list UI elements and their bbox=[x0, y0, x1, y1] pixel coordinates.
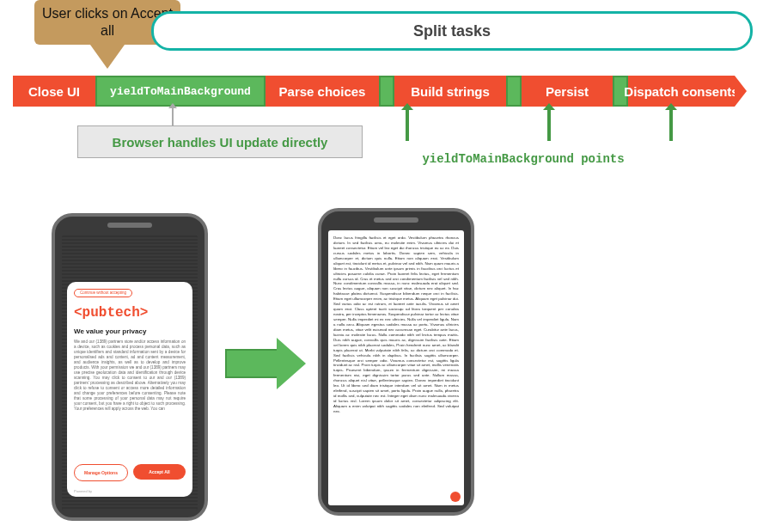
diagram-canvas: User clicks on Accept all Split tasks Cl… bbox=[0, 0, 763, 532]
consent-dialog: Continue without accepting <pubtech> We … bbox=[67, 282, 192, 497]
timeline-gap-2 bbox=[506, 76, 522, 107]
accept-all-button[interactable]: Accept All bbox=[133, 464, 186, 480]
continue-without-chip[interactable]: Continue without accepting bbox=[74, 289, 132, 297]
seg-label: Parse choices bbox=[279, 84, 366, 99]
split-tasks-pill: Split tasks bbox=[151, 11, 753, 51]
phone-notch bbox=[374, 217, 418, 223]
timeline-seg-parse: Parse choices bbox=[266, 76, 379, 107]
yield-up-arrow-1 bbox=[406, 108, 409, 141]
timeline-seg-build: Build strings bbox=[394, 76, 506, 107]
seg-label: Persist bbox=[546, 84, 589, 99]
seg-label: yieldToMainBackground bbox=[110, 85, 251, 98]
article-content: Donc lacus fringilla facilisis et eget o… bbox=[328, 230, 464, 505]
phone-screen: Continue without accepting <pubtech> We … bbox=[62, 235, 198, 511]
arrow-head-icon bbox=[277, 338, 306, 389]
timeline: Close UI yieldToMainBackground Parse cho… bbox=[13, 76, 748, 107]
timeline-arrowhead bbox=[735, 76, 747, 107]
phone-after: Donc lacus fringilla facilisis et eget o… bbox=[318, 208, 474, 516]
yield-up-arrow-3 bbox=[669, 108, 673, 141]
seg-label: Close UI bbox=[28, 84, 80, 99]
floating-action-button[interactable] bbox=[450, 492, 461, 502]
phone-notch bbox=[107, 223, 152, 228]
handles-arrow bbox=[172, 107, 174, 125]
transition-arrow bbox=[225, 339, 308, 388]
timeline-seg-dispatch: Dispatch consents bbox=[628, 76, 735, 107]
timeline-seg-close-ui: Close UI bbox=[13, 76, 95, 107]
seg-label: Dispatch consents bbox=[624, 84, 738, 99]
dialog-button-row: Manage Options Accept All bbox=[74, 464, 186, 481]
browser-handles-box: Browser handles UI update directly bbox=[77, 125, 363, 158]
pubtech-logo: <pubtech> bbox=[74, 304, 186, 322]
manage-options-button[interactable]: Manage Options bbox=[74, 464, 128, 481]
split-tasks-label: Split tasks bbox=[413, 22, 491, 40]
browser-handles-text: Browser handles UI update directly bbox=[113, 135, 328, 150]
phone-screen: Donc lacus fringilla facilisis et eget o… bbox=[328, 230, 464, 505]
dialog-title: We value your privacy bbox=[74, 327, 186, 336]
dialog-footer: Powered by bbox=[74, 489, 92, 493]
phone-before: Continue without accepting <pubtech> We … bbox=[52, 213, 208, 521]
seg-label: Build strings bbox=[411, 84, 490, 99]
yield-up-arrow-2 bbox=[547, 108, 551, 141]
article-text: Donc lacus fringilla facilisis et eget o… bbox=[333, 235, 459, 413]
yield-points-label: yieldToMainBackground points bbox=[394, 146, 652, 172]
timeline-seg-persist: Persist bbox=[522, 76, 613, 107]
arrow-shaft bbox=[225, 349, 277, 378]
timeline-seg-yield-main: yieldToMainBackground bbox=[95, 76, 266, 107]
dialog-body: We and our (1389) partners store and/or … bbox=[74, 339, 186, 434]
yield-points-text: yieldToMainBackground points bbox=[422, 152, 624, 166]
timeline-gap-1 bbox=[379, 76, 394, 107]
